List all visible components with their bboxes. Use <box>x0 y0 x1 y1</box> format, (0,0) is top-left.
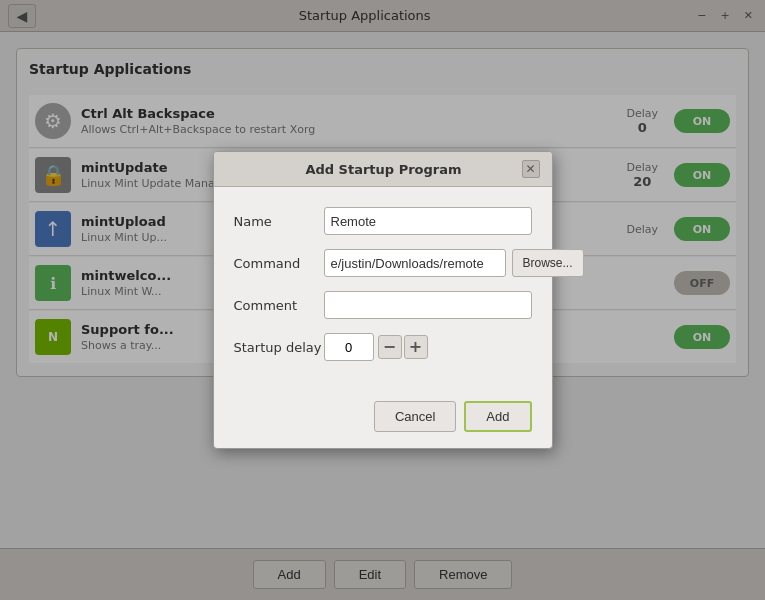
close-icon: ✕ <box>525 162 535 176</box>
modal-overlay: Add Startup Program ✕ Name Command Brows… <box>0 0 765 600</box>
add-startup-dialog: Add Startup Program ✕ Name Command Brows… <box>213 151 553 449</box>
dialog-titlebar: Add Startup Program ✕ <box>214 152 552 187</box>
dialog-add-button[interactable]: Add <box>464 401 531 432</box>
cancel-button[interactable]: Cancel <box>374 401 456 432</box>
delay-increase-button[interactable]: + <box>404 335 428 359</box>
delay-input[interactable] <box>324 333 374 361</box>
name-label: Name <box>234 214 324 229</box>
browse-button[interactable]: Browse... <box>512 249 584 277</box>
delay-decrease-button[interactable]: − <box>378 335 402 359</box>
dialog-footer: Cancel Add <box>214 391 552 448</box>
delay-row: Startup delay − + <box>234 333 532 361</box>
dialog-close-button[interactable]: ✕ <box>522 160 540 178</box>
delay-stepper: − + <box>378 335 428 359</box>
command-input-area: Browse... <box>324 249 584 277</box>
dialog-body: Name Command Browse... Comment Startup d… <box>214 187 552 391</box>
name-row: Name <box>234 207 532 235</box>
command-label: Command <box>234 256 324 271</box>
name-input[interactable] <box>324 207 532 235</box>
comment-label: Comment <box>234 298 324 313</box>
dialog-title: Add Startup Program <box>246 162 522 177</box>
comment-row: Comment <box>234 291 532 319</box>
delay-label: Startup delay <box>234 340 324 355</box>
delay-control: − + <box>324 333 428 361</box>
command-row: Command Browse... <box>234 249 532 277</box>
command-input[interactable] <box>324 249 506 277</box>
comment-input[interactable] <box>324 291 532 319</box>
